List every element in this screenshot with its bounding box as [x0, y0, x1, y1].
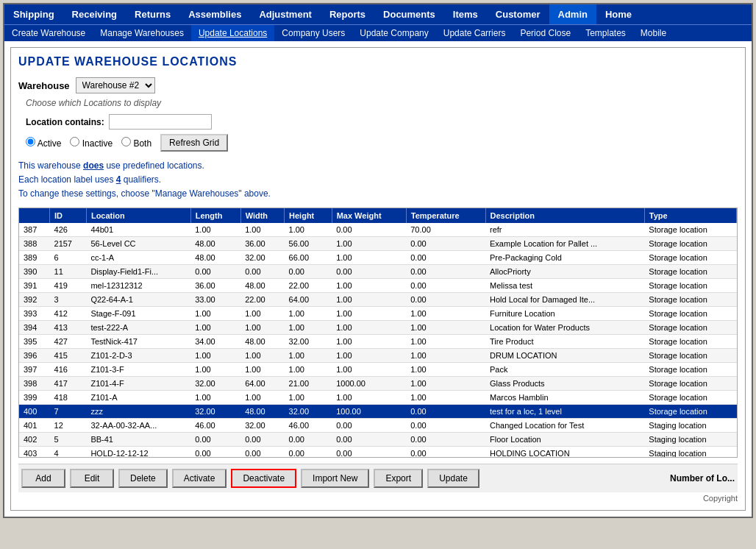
cell-id: 415 — [50, 348, 87, 362]
cell-description: Pack — [485, 362, 644, 376]
cell-maxweight: 1.00 — [332, 390, 406, 404]
cell-id: 12 — [50, 418, 87, 432]
table-row[interactable]: 400 7 zzz 32.00 48.00 32.00 100.00 0.00 … — [19, 404, 737, 418]
cell-maxweight: 1.00 — [332, 250, 406, 264]
table-header-row: ID Location Length Width Height Max Weig… — [19, 208, 737, 223]
table-row[interactable]: 396 415 Z101-2-D-3 1.00 1.00 1.00 1.00 1… — [19, 348, 737, 362]
cell-description: Changed Location for Test — [485, 418, 644, 432]
nav-admin[interactable]: Admin — [549, 4, 596, 24]
nav-items[interactable]: Items — [444, 4, 487, 24]
add-button[interactable]: Add — [21, 469, 65, 488]
table-row[interactable]: 394 413 test-222-A 1.00 1.00 1.00 1.00 1… — [19, 320, 737, 334]
top-nav: Shipping Receiving Returns Assemblies Ad… — [4, 4, 752, 24]
col-height: Height — [285, 208, 332, 223]
subnav-update-locations[interactable]: Update Locations — [191, 25, 274, 41]
locations-table-wrapper[interactable]: ID Location Length Width Height Max Weig… — [18, 208, 738, 458]
table-row[interactable]: 391 419 mel-12312312 36.00 48.00 22.00 1… — [19, 278, 737, 292]
info-text: This warehouse does use predefined locat… — [18, 159, 738, 202]
warehouse-select[interactable]: Warehouse #1 Warehouse #2 Warehouse #3 — [76, 77, 155, 93]
cell-row: 402 — [19, 432, 50, 446]
radio-both[interactable] — [121, 137, 131, 146]
cell-id: 417 — [50, 376, 87, 390]
delete-button[interactable]: Delete — [118, 469, 168, 488]
cell-type: Staging location — [644, 418, 736, 432]
cell-length: 1.00 — [190, 348, 240, 362]
cell-row: 398 — [19, 376, 50, 390]
cell-maxweight: 100.00 — [332, 404, 406, 418]
cell-temperature: 0.00 — [406, 446, 485, 458]
nav-adjustment[interactable]: Adjustment — [250, 4, 321, 24]
subnav-update-carriers[interactable]: Update Carriers — [436, 25, 513, 41]
radio-both-label[interactable]: Both — [121, 137, 151, 149]
table-row[interactable]: 399 418 Z101-A 1.00 1.00 1.00 1.00 1.00 … — [19, 390, 737, 404]
deactivate-button[interactable]: Deactivate — [231, 469, 296, 488]
cell-description: refr — [485, 223, 644, 237]
nav-customer[interactable]: Customer — [487, 4, 549, 24]
cell-height: 1.00 — [285, 362, 332, 376]
export-button[interactable]: Export — [374, 469, 423, 488]
col-temperature: Temperature — [406, 208, 485, 223]
cell-temperature: 1.00 — [406, 376, 485, 390]
table-row[interactable]: 389 6 cc-1-A 48.00 32.00 66.00 1.00 0.00… — [19, 250, 737, 264]
cell-description: Glass Products — [485, 376, 644, 390]
cell-width: 48.00 — [240, 404, 284, 418]
cell-temperature: 1.00 — [406, 390, 485, 404]
table-row[interactable]: 401 12 32-AA-00-32-AA... 46.00 32.00 46.… — [19, 418, 737, 432]
cell-height: 1.00 — [285, 223, 332, 237]
nav-reports[interactable]: Reports — [321, 4, 374, 24]
info-does: does — [83, 160, 104, 171]
cell-temperature: 1.00 — [406, 348, 485, 362]
nav-assemblies[interactable]: Assemblies — [179, 4, 250, 24]
cell-height: 1.00 — [285, 390, 332, 404]
table-row[interactable]: 397 416 Z101-3-F 1.00 1.00 1.00 1.00 1.0… — [19, 362, 737, 376]
table-row[interactable]: 398 417 Z101-4-F 32.00 64.00 21.00 1000.… — [19, 376, 737, 390]
cell-row: 401 — [19, 418, 50, 432]
cell-temperature: 0.00 — [406, 250, 485, 264]
subnav-period-close[interactable]: Period Close — [513, 25, 578, 41]
cell-description: AllocPriorty — [485, 264, 644, 278]
subnav-update-company[interactable]: Update Company — [352, 25, 435, 41]
table-row[interactable]: 402 5 BB-41 0.00 0.00 0.00 0.00 0.00 Flo… — [19, 432, 737, 446]
table-row[interactable]: 403 4 HOLD-12-12-12 0.00 0.00 0.00 0.00 … — [19, 446, 737, 458]
bottom-toolbar: AddEditDeleteActivateDeactivateImport Ne… — [18, 464, 738, 492]
table-row[interactable]: 392 3 Q22-64-A-1 33.00 22.00 64.00 1.00 … — [19, 292, 737, 306]
radio-active-label[interactable]: Active — [26, 137, 61, 149]
activate-button[interactable]: Activate — [172, 469, 227, 488]
col-id: ID — [50, 208, 87, 223]
subnav-templates[interactable]: Templates — [578, 25, 633, 41]
cell-description: test for a loc, 1 level — [485, 404, 644, 418]
import-new-button[interactable]: Import New — [301, 469, 369, 488]
table-row[interactable]: 387 426 44b01 1.00 1.00 1.00 0.00 70.00 … — [19, 223, 737, 237]
cell-length: 0.00 — [190, 264, 240, 278]
nav-returns[interactable]: Returns — [126, 4, 179, 24]
subnav-create-warehouse[interactable]: Create Warehouse — [4, 25, 93, 41]
radio-inactive-label[interactable]: Inactive — [70, 137, 113, 149]
update-button[interactable]: Update — [427, 469, 479, 488]
table-row[interactable]: 388 2157 56-Level CC 48.00 36.00 56.00 1… — [19, 236, 737, 250]
table-row[interactable]: 393 412 Stage-F-091 1.00 1.00 1.00 1.00 … — [19, 306, 737, 320]
cell-length: 32.00 — [190, 376, 240, 390]
table-row[interactable]: 395 427 TestNick-417 34.00 48.00 32.00 1… — [19, 334, 737, 348]
cell-type: Storage location — [644, 236, 736, 250]
subnav-mobile[interactable]: Mobile — [633, 25, 674, 41]
cell-id: 426 — [50, 223, 87, 237]
cell-temperature: 1.00 — [406, 362, 485, 376]
refresh-grid-button[interactable]: Refresh Grid — [160, 134, 228, 152]
nav-documents[interactable]: Documents — [374, 4, 444, 24]
subnav-manage-warehouses[interactable]: Manage Warehouses — [93, 25, 191, 41]
table-row[interactable]: 390 11 Display-Field1-Fi... 0.00 0.00 0.… — [19, 264, 737, 278]
warehouse-label: Warehouse — [18, 80, 70, 91]
radio-inactive[interactable] — [70, 137, 79, 146]
cell-maxweight: 1.00 — [332, 362, 406, 376]
cell-width: 1.00 — [240, 306, 284, 320]
edit-button[interactable]: Edit — [70, 469, 114, 488]
nav-shipping[interactable]: Shipping — [4, 4, 63, 24]
nav-home[interactable]: Home — [596, 4, 641, 24]
subnav-company-users[interactable]: Company Users — [274, 25, 352, 41]
cell-row: 403 — [19, 446, 50, 458]
nav-receiving[interactable]: Receiving — [63, 4, 126, 24]
radio-active[interactable] — [26, 137, 35, 146]
cell-temperature: 1.00 — [406, 334, 485, 348]
location-contains-input[interactable] — [109, 114, 212, 130]
filter-row: Location contains: — [26, 114, 738, 130]
